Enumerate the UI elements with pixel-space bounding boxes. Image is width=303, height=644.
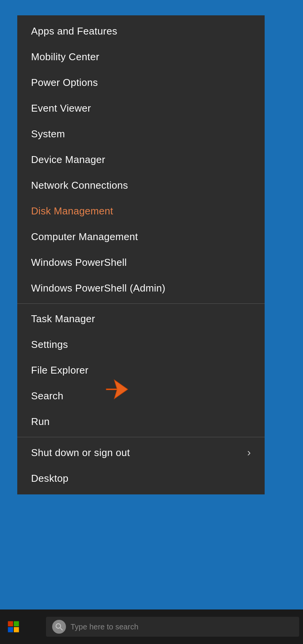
menu-item-label-device-manager: Device Manager <box>31 154 105 166</box>
svg-rect-8 <box>14 627 19 632</box>
menu-item-label-file-explorer: File Explorer <box>31 364 89 376</box>
menu-item-label-desktop: Desktop <box>31 473 68 484</box>
menu-item-label-event-viewer: Event Viewer <box>31 102 91 114</box>
menu-item-device-manager[interactable]: Device Manager <box>17 147 265 173</box>
menu-item-desktop[interactable]: Desktop <box>17 466 265 491</box>
menu-item-label-settings: Settings <box>31 339 68 351</box>
menu-item-label-power-options: Power Options <box>31 77 98 89</box>
menu-item-label-windows-powershell: Windows PowerShell <box>31 257 127 268</box>
taskbar: Type here to search <box>0 609 303 644</box>
menu-item-settings[interactable]: Settings <box>17 332 265 357</box>
menu-item-mobility-center[interactable]: Mobility Center <box>17 44 265 70</box>
context-menu: Apps and FeaturesMobility CenterPower Op… <box>17 15 265 494</box>
taskbar-search[interactable]: Type here to search <box>46 617 299 637</box>
menu-item-run[interactable]: Run <box>17 409 265 435</box>
menu-item-label-mobility-center: Mobility Center <box>31 51 99 63</box>
menu-item-label-task-manager: Task Manager <box>31 313 95 325</box>
menu-item-file-explorer[interactable]: File Explorer <box>17 357 265 383</box>
menu-item-event-viewer[interactable]: Event Viewer <box>17 96 265 121</box>
start-button[interactable] <box>4 617 23 636</box>
svg-rect-7 <box>8 627 13 632</box>
menu-item-power-options[interactable]: Power Options <box>17 70 265 96</box>
menu-item-label-disk-management: Disk Management <box>31 205 113 217</box>
menu-item-label-network-connections: Network Connections <box>31 180 128 191</box>
menu-item-apps-features[interactable]: Apps and Features <box>17 18 265 44</box>
search-icon <box>52 620 66 634</box>
menu-item-task-manager[interactable]: Task Manager <box>17 306 265 332</box>
menu-item-search[interactable]: Search <box>17 383 265 409</box>
taskbar-search-placeholder: Type here to search <box>71 623 138 631</box>
menu-item-windows-powershell-admin[interactable]: Windows PowerShell (Admin) <box>17 275 265 301</box>
menu-item-label-system: System <box>31 128 65 140</box>
svg-point-9 <box>56 624 61 628</box>
menu-item-label-computer-management: Computer Management <box>31 231 138 243</box>
svg-rect-5 <box>8 621 13 626</box>
menu-item-windows-powershell[interactable]: Windows PowerShell <box>17 250 265 275</box>
menu-item-network-connections[interactable]: Network Connections <box>17 173 265 198</box>
menu-divider <box>17 437 265 437</box>
menu-item-label-windows-powershell-admin: Windows PowerShell (Admin) <box>31 282 165 294</box>
menu-item-computer-management[interactable]: Computer Management <box>17 224 265 250</box>
menu-item-shut-down-sign-out[interactable]: Shut down or sign out› <box>17 440 265 466</box>
svg-rect-6 <box>14 621 19 626</box>
menu-item-label-run: Run <box>31 416 50 428</box>
menu-item-label-shut-down-sign-out: Shut down or sign out <box>31 447 130 459</box>
menu-divider <box>17 303 265 304</box>
chevron-right-icon: › <box>247 446 251 459</box>
menu-item-system[interactable]: System <box>17 121 265 147</box>
menu-item-disk-management[interactable]: Disk Management <box>17 198 265 224</box>
menu-item-label-apps-features: Apps and Features <box>31 25 117 37</box>
menu-item-label-search: Search <box>31 390 63 402</box>
svg-line-10 <box>60 628 63 630</box>
